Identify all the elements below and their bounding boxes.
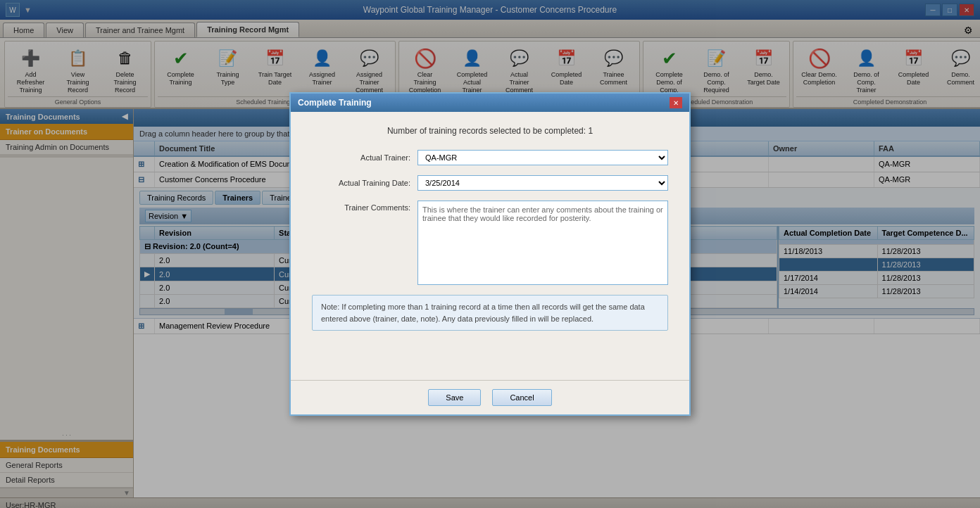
trainer-comments-textarea[interactable]: This is where the trainer can enter any … <box>417 201 668 285</box>
complete-training-modal: Complete Training ✕ Number of training r… <box>289 92 691 416</box>
modal-cancel-button[interactable]: Cancel <box>492 389 551 406</box>
actual-trainer-label: Actual Trainer: <box>312 153 410 162</box>
actual-trainer-field: Actual Trainer: QA-MGR <box>312 150 668 165</box>
actual-date-select[interactable]: 3/25/2014 <box>417 175 668 191</box>
modal-close-button[interactable]: ✕ <box>670 97 682 108</box>
modal-note: Note: If completing more than 1 training… <box>312 295 668 331</box>
actual-trainer-select[interactable]: QA-MGR <box>417 150 668 165</box>
modal-title: Complete Training <box>298 98 372 108</box>
modal-footer: Save Cancel <box>291 380 689 414</box>
modal-header: Complete Training ✕ <box>291 94 689 112</box>
modal-count-text: Number of training records selected to b… <box>312 126 668 136</box>
modal-save-button[interactable]: Save <box>428 389 481 406</box>
modal-body: Number of training records selected to b… <box>291 112 689 380</box>
modal-overlay: Complete Training ✕ Number of training r… <box>0 0 980 508</box>
trainer-comments-label: Trainer Comments: <box>312 201 410 212</box>
trainer-comments-field: Trainer Comments: This is where the trai… <box>312 201 668 285</box>
actual-date-label: Actual Training Date: <box>312 179 410 187</box>
actual-date-field: Actual Training Date: 3/25/2014 <box>312 175 668 191</box>
